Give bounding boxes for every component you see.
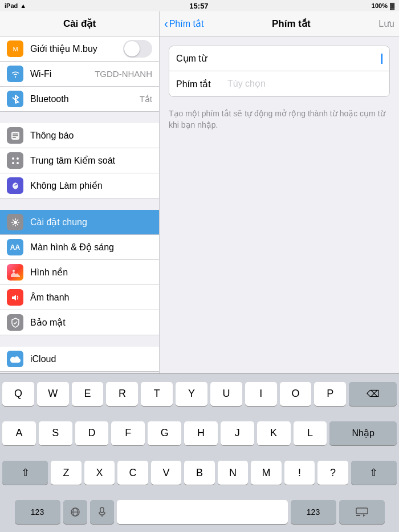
sidebar-item-wifi[interactable]: Wi-Fi TGDD-NHANH (0, 62, 159, 87)
shift-key[interactable]: ⇧ (2, 461, 48, 485)
status-left: iPad ▲ (5, 2, 26, 9)
sidebar-item-sound[interactable]: Âm thanh (0, 285, 159, 310)
enter-key[interactable]: Nhập (329, 421, 397, 445)
key-a[interactable]: A (2, 421, 36, 445)
key-p[interactable]: P (314, 382, 346, 406)
key-row-1: Q W E R T Y U I O P ⌫ (0, 374, 399, 413)
sidebar-item-control[interactable]: Trung tâm Kiểm soát (0, 148, 159, 173)
back-chevron-icon: ‹ (164, 17, 168, 30)
shift-key-right[interactable]: ⇧ (351, 461, 397, 485)
phrase-input[interactable] (227, 54, 381, 64)
keyboard-area: Q W E R T Y U I O P ⌫ A S D F G H J K L … (0, 373, 399, 532)
sidebar-item-icloud[interactable]: iCloud (0, 347, 159, 372)
key-h[interactable]: H (184, 421, 218, 445)
phrase-label: Cụm từ (176, 53, 227, 64)
key-w[interactable]: W (37, 382, 69, 406)
keyboard-hide-key[interactable] (339, 500, 385, 524)
sidebar-header: Cài đặt (0, 11, 159, 36)
wifi-icon: ▲ (20, 2, 26, 9)
nav-bar: ‹ Phím tắt Phím tắt Lưu (160, 11, 399, 36)
key-t[interactable]: T (141, 382, 173, 406)
globe-key[interactable] (63, 500, 87, 524)
status-bar: iPad ▲ 15:57 100% ▓ (0, 0, 399, 11)
battery-icon: ▓ (390, 2, 394, 9)
sound-label: Âm thanh (30, 293, 152, 303)
svg-rect-5 (13, 137, 16, 138)
status-time: 15:57 (189, 2, 208, 10)
sidebar-item-general[interactable]: Cài đặt chung (0, 210, 159, 235)
key-o[interactable]: O (280, 382, 312, 406)
display-label: Màn hình & Độ sáng (30, 242, 152, 253)
key-x[interactable]: X (84, 461, 115, 485)
space-key[interactable] (117, 500, 288, 524)
sidebar-item-bluetooth[interactable]: Bluetooth Tắt (0, 87, 159, 112)
section-gap-3 (0, 335, 159, 347)
mic-key[interactable] (90, 500, 114, 524)
sidebar-item-display[interactable]: AA Màn hình & Độ sáng (0, 235, 159, 260)
key-f[interactable]: F (111, 421, 145, 445)
sidebar-item-notification[interactable]: Thông báo (0, 123, 159, 148)
nav-save-button[interactable]: Lưu (378, 18, 394, 29)
svg-point-8 (12, 162, 14, 164)
key-r[interactable]: R (106, 382, 138, 406)
gluco-toggle[interactable] (123, 40, 152, 58)
num-key-left[interactable]: 123 (15, 500, 60, 524)
wifi-label: Wi-Fi (30, 69, 95, 79)
control-label: Trung tâm Kiểm soát (30, 155, 152, 166)
key-question[interactable]: ? (317, 461, 348, 485)
svg-point-11 (13, 270, 15, 272)
keyboard-rows: Q W E R T Y U I O P ⌫ A S D F G H J K L … (0, 374, 399, 532)
svg-marker-19 (363, 514, 365, 517)
key-exclaim[interactable]: ! (284, 461, 315, 485)
sidebar-item-wallpaper[interactable]: Hình nền (0, 260, 159, 285)
key-c[interactable]: C (117, 461, 148, 485)
delete-icon: ⌫ (367, 388, 380, 399)
key-j[interactable]: J (221, 421, 254, 445)
gluco-toggle-knob (124, 41, 140, 56)
key-n[interactable]: N (218, 461, 249, 485)
carrier-label: iPad (5, 2, 18, 9)
key-d[interactable]: D (75, 421, 109, 445)
sidebar-item-dnd[interactable]: Không Làm phiền (0, 173, 159, 198)
svg-point-7 (17, 157, 19, 160)
key-g[interactable]: G (148, 421, 181, 445)
wifi-icon (7, 66, 23, 82)
key-l[interactable]: L (294, 421, 327, 445)
dnd-label: Không Làm phiền (30, 180, 152, 191)
nav-title: Phím tắt (272, 18, 311, 30)
nav-back-button[interactable]: ‹ Phím tắt (164, 17, 203, 30)
wallpaper-icon (7, 264, 23, 281)
key-row-2: A S D F G H J K L Nhập (0, 413, 399, 453)
key-y[interactable]: Y (176, 382, 207, 406)
svg-point-6 (12, 157, 14, 160)
cursor (381, 54, 382, 64)
key-v[interactable]: V (151, 461, 182, 485)
key-z[interactable]: Z (51, 461, 82, 485)
delete-key[interactable]: ⌫ (349, 382, 397, 406)
section-gap-2 (0, 198, 159, 210)
svg-rect-3 (13, 133, 18, 135)
general-icon (7, 214, 23, 230)
num-key-right[interactable]: 123 (291, 500, 336, 524)
right-panel: ‹ Phím tắt Phím tắt Lưu Cụm từ Phím tắt … (160, 11, 399, 373)
sidebar-item-security[interactable]: Bảo mật (0, 310, 159, 335)
key-s[interactable]: S (39, 421, 72, 445)
bluetooth-icon (7, 91, 23, 107)
sidebar-item-gluco[interactable]: M Giới thiệu M.buy (0, 36, 159, 62)
key-q[interactable]: Q (2, 382, 34, 406)
key-m[interactable]: M (251, 461, 282, 485)
key-e[interactable]: E (72, 382, 104, 406)
wallpaper-label: Hình nền (30, 267, 152, 278)
key-b[interactable]: B (184, 461, 215, 485)
key-u[interactable]: U (210, 382, 242, 406)
svg-rect-15 (100, 507, 104, 513)
key-i[interactable]: I (245, 382, 277, 406)
general-label: Cài đặt chung (30, 217, 152, 228)
shortcut-input[interactable] (227, 79, 382, 89)
dnd-icon (7, 177, 23, 194)
icloud-label: iCloud (30, 354, 152, 364)
key-k[interactable]: K (257, 421, 291, 445)
bluetooth-label: Bluetooth (30, 94, 140, 104)
sidebar-list: M Giới thiệu M.buy Wi-Fi TGDD-NHANH (0, 36, 159, 372)
key-row-4: 123 123 (0, 493, 399, 532)
